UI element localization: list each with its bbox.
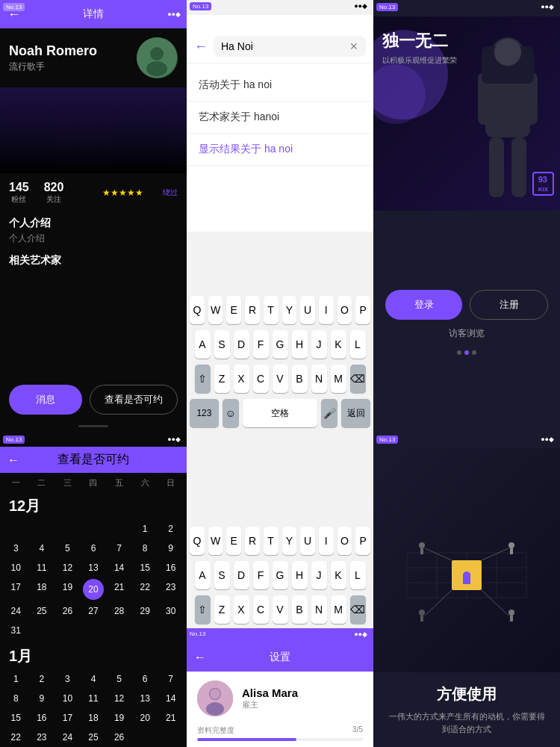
k2-B[interactable]: B — [292, 595, 308, 624]
jan-2[interactable]: 2 — [29, 669, 55, 689]
key-D[interactable]: D — [234, 330, 249, 359]
k2-C[interactable]: C — [253, 595, 269, 624]
day-24[interactable]: 24 — [3, 601, 29, 621]
k2-H[interactable]: H — [292, 561, 308, 589]
follow-button[interactable]: 绕过 — [163, 187, 178, 198]
day-25[interactable]: 25 — [29, 601, 55, 621]
cal-back-icon[interactable]: ← — [7, 453, 19, 467]
emoji-key[interactable]: ☺ — [223, 399, 239, 427]
day-17[interactable]: 17 — [3, 577, 29, 601]
login-button[interactable]: 登录 — [385, 290, 462, 320]
jan-24[interactable]: 24 — [55, 728, 81, 747]
search-result-1[interactable]: 活动关于 ha noi — [187, 69, 373, 102]
search-result-2[interactable]: 艺术家关于 hanoi — [187, 102, 373, 134]
search-input-box[interactable]: Ha Noi ✕ — [214, 36, 366, 57]
key-B[interactable]: B — [292, 365, 308, 393]
key-N[interactable]: N — [311, 365, 327, 393]
key-H[interactable]: H — [292, 330, 308, 359]
profile-video[interactable]: ▶ — [0, 87, 187, 173]
key-T[interactable]: T — [264, 296, 279, 324]
key-P[interactable]: P — [355, 296, 370, 324]
key-A[interactable]: A — [195, 330, 211, 359]
day-8[interactable]: 8 — [132, 539, 158, 558]
day-21[interactable]: 21 — [106, 577, 132, 601]
k2-G[interactable]: G — [273, 561, 288, 589]
jan-12[interactable]: 12 — [106, 689, 132, 708]
key-C[interactable]: C — [253, 365, 269, 393]
day-15[interactable]: 15 — [132, 558, 158, 577]
key-S[interactable]: S — [214, 330, 230, 359]
jan-1[interactable]: 1 — [3, 669, 29, 689]
key-U[interactable]: U — [300, 296, 315, 324]
key-V[interactable]: V — [273, 365, 288, 393]
key-M[interactable]: M — [331, 365, 346, 393]
jan-8[interactable]: 8 — [3, 689, 29, 708]
key-shift[interactable]: ⇧ — [195, 365, 211, 393]
back-icon[interactable]: ← — [7, 7, 21, 22]
day-20-today[interactable]: 20 — [83, 579, 104, 600]
k2-N[interactable]: N — [311, 595, 327, 624]
settings-back-icon[interactable]: ← — [194, 651, 206, 664]
key-K[interactable]: K — [331, 330, 346, 359]
key-Z[interactable]: Z — [214, 365, 230, 393]
jan-23[interactable]: 23 — [29, 728, 55, 747]
jan-11[interactable]: 11 — [81, 689, 107, 708]
day-4[interactable]: 4 — [29, 539, 55, 558]
jan-18[interactable]: 18 — [81, 708, 107, 728]
day-9[interactable]: 9 — [158, 539, 184, 558]
day-10[interactable]: 10 — [3, 558, 29, 577]
jan-14[interactable]: 14 — [158, 689, 184, 708]
day-19[interactable]: 19 — [55, 577, 81, 601]
k2-J[interactable]: J — [311, 561, 327, 589]
k2-R[interactable]: R — [245, 527, 260, 555]
day-18[interactable]: 18 — [29, 577, 55, 601]
day-2[interactable]: 2 — [158, 519, 184, 539]
k2-I[interactable]: I — [319, 527, 334, 555]
check-availability-button[interactable]: 查看是否可约 — [90, 385, 178, 415]
day-30[interactable]: 30 — [158, 601, 184, 621]
day-23[interactable]: 23 — [158, 577, 184, 601]
jan-9[interactable]: 9 — [29, 689, 55, 708]
k2-Y[interactable]: Y — [282, 527, 297, 555]
jan-6[interactable]: 6 — [132, 669, 158, 689]
day-13[interactable]: 13 — [81, 558, 107, 577]
message-button[interactable]: 消息 — [9, 385, 82, 415]
k2-P[interactable]: P — [355, 527, 370, 555]
key-R[interactable]: R — [245, 296, 260, 324]
k2-Q[interactable]: Q — [190, 527, 205, 555]
k2-S[interactable]: S — [214, 561, 230, 589]
day-11[interactable]: 11 — [29, 558, 55, 577]
jan-5[interactable]: 5 — [106, 669, 132, 689]
key-backspace[interactable]: ⌫ — [350, 365, 366, 393]
jan-7[interactable]: 7 — [158, 669, 184, 689]
jan-25[interactable]: 25 — [81, 728, 107, 747]
key-Y[interactable]: Y — [282, 296, 297, 324]
jan-13[interactable]: 13 — [132, 689, 158, 708]
day-14[interactable]: 14 — [106, 558, 132, 577]
jan-10[interactable]: 10 — [55, 689, 81, 708]
jan-16[interactable]: 16 — [29, 708, 55, 728]
key-W[interactable]: W — [208, 296, 223, 324]
k2-A[interactable]: A — [195, 561, 211, 589]
key-X[interactable]: X — [234, 365, 249, 393]
day-26[interactable]: 26 — [55, 601, 81, 621]
k2-F[interactable]: F — [253, 561, 269, 589]
key-O[interactable]: O — [337, 296, 352, 324]
key-L[interactable]: L — [350, 330, 366, 359]
key-F[interactable]: F — [253, 330, 269, 359]
visitor-browse-link[interactable]: 访客浏览 — [449, 327, 485, 340]
day-27[interactable]: 27 — [81, 601, 107, 621]
search-clear-icon[interactable]: ✕ — [349, 40, 358, 52]
k2-shift[interactable]: ⇧ — [195, 595, 211, 624]
k2-E[interactable]: E — [226, 527, 241, 555]
k2-V[interactable]: V — [273, 595, 288, 624]
key-E[interactable]: E — [226, 296, 241, 324]
key-G[interactable]: G — [273, 330, 288, 359]
day-3[interactable]: 3 — [3, 539, 29, 558]
k2-M[interactable]: M — [331, 595, 346, 624]
jan-22[interactable]: 22 — [3, 728, 29, 747]
k2-D[interactable]: D — [234, 561, 249, 589]
day-16[interactable]: 16 — [158, 558, 184, 577]
search-result-3[interactable]: 显示结果关于 ha noi — [187, 134, 373, 166]
key-J[interactable]: J — [311, 330, 327, 359]
